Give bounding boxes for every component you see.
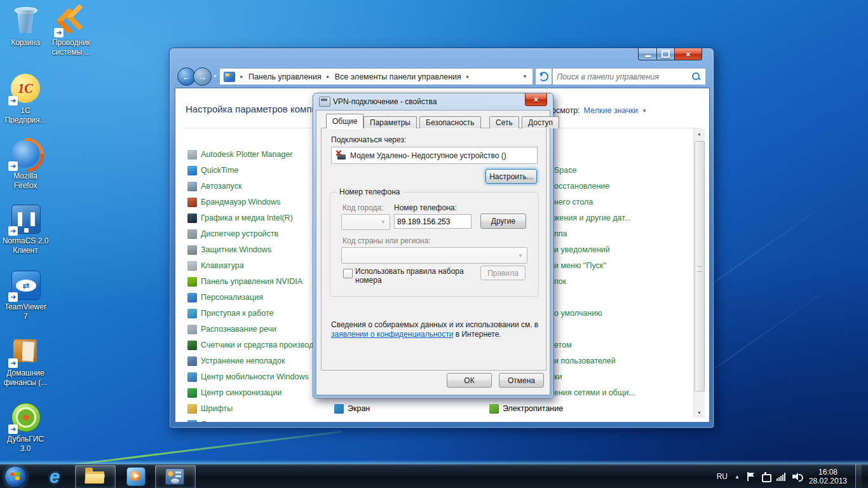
control-panel-item-fragment[interactable]: етом	[554, 340, 572, 350]
control-panel-item-fragment[interactable]: ппа	[554, 229, 567, 239]
dialog-tab-3[interactable]: Безопасность	[419, 116, 481, 128]
control-panel-item[interactable]: Персонализация	[187, 292, 263, 302]
cancel-button[interactable]: Отмена	[499, 373, 544, 388]
control-panel-item[interactable]: Экран	[334, 403, 370, 414]
dialing-rules-checkbox[interactable]	[343, 269, 353, 278]
control-panel-item[interactable]: Электропитание	[489, 403, 563, 414]
dialog-tab-2[interactable]: Параметры	[363, 116, 417, 128]
control-panel-item-fragment[interactable]: и пользователей	[554, 356, 616, 366]
action-center-flag-icon[interactable]	[747, 472, 754, 481]
dialog-tab-1[interactable]: Общие	[326, 114, 363, 128]
control-panel-item-label: Автозапуск	[201, 182, 241, 191]
scrollbar[interactable]: ▲ ▼	[693, 128, 705, 418]
privacy-statement-link[interactable]: заявлении о конфиденциальности	[331, 330, 453, 339]
forward-button[interactable]: →	[193, 67, 212, 86]
privacy-tail: в Интернете.	[453, 330, 501, 339]
shortcut-arrow-icon: ➜	[54, 28, 64, 37]
control-panel-item-fragment[interactable]: ки	[554, 372, 562, 382]
desktop-icon-1c[interactable]: 1С ➜ 1СПредприя...	[0, 73, 56, 125]
minimize-button[interactable]	[638, 48, 657, 60]
view-value-link[interactable]: Мелкие значки	[584, 106, 639, 115]
icon-label: 3.0	[20, 444, 31, 453]
address-dropdown-icon[interactable]: ▼	[522, 74, 527, 79]
language-indicator[interactable]: RU	[717, 472, 728, 481]
refresh-button[interactable]	[535, 68, 552, 85]
country-code-combo[interactable]: ▼	[341, 247, 527, 264]
history-dropdown-icon[interactable]: ▼	[213, 74, 217, 78]
control-panel-item[interactable]: Язык и региональные стандарты	[187, 419, 322, 423]
scroll-up-icon[interactable]: ▲	[694, 128, 705, 139]
desktop-icon-teamviewer[interactable]: ⇄ ➜ TeamViewer7	[0, 269, 56, 322]
control-panel-item[interactable]: Центр мобильности Windows	[187, 372, 309, 382]
others-button[interactable]: Другие	[480, 214, 526, 229]
search-icon[interactable]	[691, 72, 702, 82]
control-panel-item[interactable]: Центр синхронизации	[187, 388, 281, 398]
control-panel-item-label: Клавиатура	[201, 261, 244, 270]
desktop-icon-system-explorer[interactable]: ➜ Проводниксистемы ...	[41, 5, 102, 57]
show-hidden-icons-icon[interactable]: ▲	[735, 474, 740, 480]
group-title: Номер телефона	[337, 187, 402, 196]
network-signal-icon[interactable]	[776, 473, 785, 481]
icon-label: 7	[24, 312, 28, 321]
city-code-combo[interactable]: ▼	[341, 214, 390, 230]
volume-icon[interactable]	[792, 472, 802, 481]
desktop-icon-normacs[interactable]: ➜ NormaCS 2.0Клиент	[0, 203, 56, 255]
control-panel-item-fragment[interactable]: осстановление	[554, 181, 609, 191]
control-panel-item[interactable]: Диспетчер устройств	[187, 229, 278, 239]
taskbar-item-media-player[interactable]	[118, 464, 154, 488]
getting-started-icon	[187, 309, 197, 318]
breadcrumb-all-items[interactable]: Все элементы панели управления	[335, 72, 461, 81]
control-panel-app-icon-wrap[interactable]	[155, 464, 194, 488]
chevron-down-icon[interactable]: ▼	[642, 108, 647, 114]
control-panel-item-fragment[interactable]: и меню ''Пуск''	[554, 261, 606, 271]
search-input[interactable]	[553, 72, 691, 81]
control-panel-item[interactable]: Брандмауэр Windows	[187, 197, 280, 207]
control-panel-item[interactable]: Приступая к работе	[187, 308, 273, 318]
search-box[interactable]	[552, 68, 706, 85]
clock[interactable]: 16:08 28.02.2013	[809, 468, 847, 485]
control-panel-item[interactable]: Распознавание речи	[187, 324, 276, 334]
quicktime-icon	[187, 166, 197, 175]
close-button[interactable]: ×	[674, 48, 702, 60]
control-panel-item[interactable]: Клавиатура	[187, 261, 244, 271]
desktop-icon-firefox[interactable]: ➜ MozillaFirefox	[0, 139, 56, 191]
control-panel-item[interactable]: Устранение неполадок	[187, 356, 285, 366]
control-panel-item-fragment[interactable]: жения и другие дат...	[554, 213, 631, 223]
ok-button[interactable]: ОК	[447, 373, 492, 388]
phone-number-input[interactable]	[394, 214, 471, 229]
icon-label: Предприя...	[4, 116, 46, 125]
show-desktop-button[interactable]	[855, 464, 862, 488]
dialing-rules-label[interactable]: Использовать правила набора номера	[355, 267, 471, 285]
maximize-button[interactable]	[656, 48, 675, 60]
dialog-tab-4[interactable]: Сеть	[489, 116, 519, 128]
control-panel-item[interactable]: QuickTime	[187, 165, 238, 175]
control-panel-item[interactable]: Защитник Windows	[187, 245, 271, 255]
breadcrumb-control-panel[interactable]: Панель управления	[248, 72, 322, 81]
control-panel-item-fragment[interactable]: о умолчанию	[554, 308, 602, 318]
control-panel-item[interactable]: Шрифты	[187, 403, 233, 414]
control-panel-item-fragment[interactable]: и уведомлений	[554, 245, 610, 255]
device-field[interactable]: ✕ Модем Удалено- Недоступное устройство …	[331, 147, 538, 164]
control-panel-item-fragment[interactable]: него стола	[554, 197, 593, 207]
start-button[interactable]	[4, 466, 27, 488]
home-finance-icon: ➜	[10, 336, 41, 366]
desktop-icon-dublgis[interactable]: ➜ ДубльГИС3.0	[0, 402, 56, 454]
control-panel-item-fragment[interactable]: пок	[554, 276, 566, 287]
control-panel-item[interactable]: Автозапуск	[187, 181, 241, 191]
dialog-close-button[interactable]: ×	[525, 93, 547, 106]
control-panel-item-fragment[interactable]: ения сетями и общи...	[554, 388, 635, 398]
explorer-icon-wrap[interactable]	[75, 464, 114, 488]
control-panel-item[interactable]: Autodesk Plotter Manager	[187, 149, 293, 159]
icon-label: Домашние	[6, 369, 44, 377]
control-panel-item[interactable]: Панель управления NVIDIA	[187, 276, 302, 287]
safely-remove-hardware-icon[interactable]	[761, 472, 770, 481]
dialog-tab-5[interactable]: Доступ	[522, 116, 559, 128]
taskbar-item-internet-explorer[interactable]: e	[39, 464, 70, 488]
control-panel-item-fragment[interactable]: Space	[554, 165, 576, 175]
scroll-down-icon[interactable]: ▼	[694, 407, 705, 418]
desktop-icon-home-finance[interactable]: ➜ Домашниефинансы (...	[0, 336, 56, 388]
control-panel-item[interactable]: Графика и медиа Intel(R)	[187, 213, 293, 223]
address-bar[interactable]: ► Панель управления ► Все элементы панел…	[219, 68, 533, 85]
configure-button[interactable]: Настроить...	[485, 169, 537, 184]
scrollbar-thumb[interactable]	[695, 141, 705, 391]
